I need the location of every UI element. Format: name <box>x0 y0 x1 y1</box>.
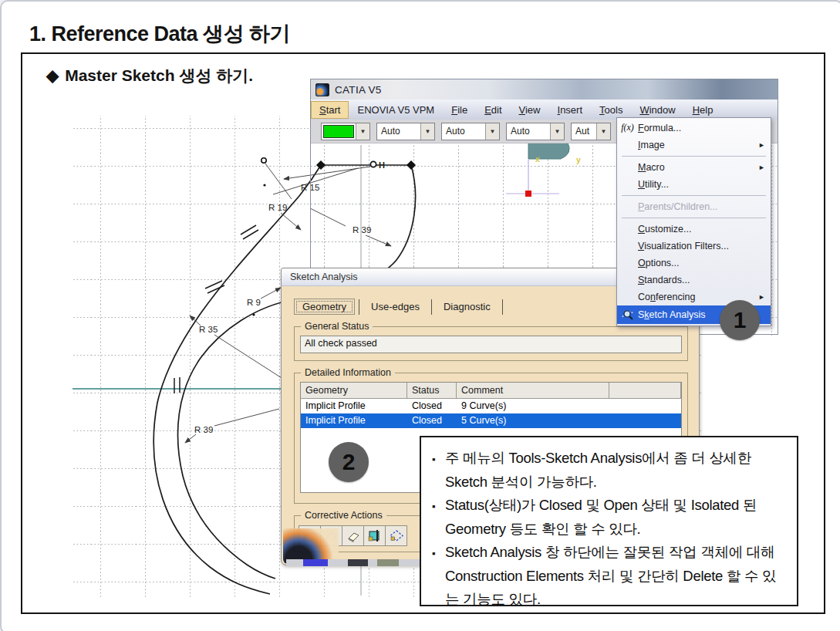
dialog-bottom-strip <box>286 559 437 566</box>
col-status: Status <box>407 383 457 398</box>
subtitle: ◆Master Sketch 생성 하기. <box>46 65 253 86</box>
menu-window[interactable]: Window <box>631 101 683 119</box>
chevron-down-icon[interactable]: ▼ <box>596 123 610 140</box>
tab-geometry[interactable]: Geometry <box>294 299 355 315</box>
note-box: ▪ 주 메뉴의 Tools-Sketch Analysis에서 좀 더 상세한 … <box>420 436 798 606</box>
menu-file[interactable]: File <box>443 101 476 119</box>
menu-view[interactable]: View <box>511 101 549 119</box>
chevron-down-icon[interactable]: ▼ <box>420 123 434 140</box>
col-comment: Comment <box>457 383 609 398</box>
color-combo[interactable]: ▼ <box>321 123 370 140</box>
square-bullet-icon: ▪ <box>432 541 445 612</box>
menu-item-parents-children[interactable]: Parents/Children... <box>617 198 771 215</box>
table-row[interactable]: Implicit Profile Closed 9 Curve(s) <box>301 399 681 413</box>
detailed-information-label: Detailed Information <box>301 367 395 378</box>
menu-item-options[interactable]: Options... <box>617 255 771 272</box>
menu-enovia[interactable]: ENOVIA V5 VPM <box>349 101 443 119</box>
menu-item-image[interactable]: Image ► <box>617 137 771 154</box>
auto-combo-3[interactable]: Auto ▼ <box>506 123 565 140</box>
auto-combo-1[interactable]: Auto ▼ <box>376 123 435 140</box>
tab-use-edges[interactable]: Use-edges <box>363 299 427 314</box>
profile-diamond-button[interactable] <box>385 525 407 546</box>
col-empty <box>609 383 681 398</box>
catia-app-icon <box>315 83 329 96</box>
submenu-arrow-icon: ► <box>758 141 765 149</box>
menu-item-visualization-filters[interactable]: Visualization Filters... <box>617 238 771 255</box>
menu-separator <box>622 195 766 196</box>
tools-dropdown-menu: f(x) Formula... Image ► Macro ► Utility.… <box>616 117 771 326</box>
chevron-down-icon[interactable]: ▼ <box>356 123 369 140</box>
menu-item-customize[interactable]: Customize... <box>617 221 771 238</box>
square-bullet-icon: ▪ <box>432 494 445 541</box>
tab-separator <box>502 299 503 315</box>
general-status-group: General Status All check passed <box>294 326 688 361</box>
construction-box-icon <box>367 529 383 542</box>
menu-help[interactable]: Help <box>684 101 722 119</box>
slide: 1. Reference Data 생성 하기 <box>0 0 840 631</box>
sketch-analysis-icon <box>619 306 636 321</box>
table-row-selected[interactable]: Implicit Profile Closed 5 Curve(s) <box>301 413 681 428</box>
catia-titlebar[interactable]: CATIA V5 <box>311 79 778 100</box>
menu-item-standards[interactable]: Standards... <box>617 272 771 289</box>
note-line-2: ▪ Status(상태)가 Closed 및 Open 상태 및 Isolate… <box>432 494 788 541</box>
menu-tools[interactable]: Tools <box>591 101 631 119</box>
step-badge-2: 2 <box>329 442 369 482</box>
submenu-arrow-icon: ► <box>758 293 765 301</box>
auto-combo-4[interactable]: Aut ▼ <box>571 123 611 140</box>
tab-separator <box>431 299 432 315</box>
menu-insert[interactable]: Insert <box>549 101 592 119</box>
general-status-label: General Status <box>301 321 373 332</box>
menu-separator <box>622 156 766 157</box>
tab-separator <box>359 299 359 315</box>
color-swatch-green <box>323 125 354 138</box>
auto-combo-2[interactable]: Auto ▼ <box>441 123 500 140</box>
subtitle-text: Master Sketch 생성 하기. <box>65 66 253 84</box>
menu-item-macro[interactable]: Macro ► <box>617 159 771 176</box>
page-title: 1. Reference Data 생성 하기 <box>29 20 290 48</box>
tab-diagnostic[interactable]: Diagnostic <box>436 299 498 314</box>
formula-fx-icon: f(x) <box>619 120 636 135</box>
diamond-bullet-icon: ◆ <box>46 66 59 84</box>
square-bullet-icon: ▪ <box>432 447 445 494</box>
construction-elements-button[interactable] <box>363 525 385 546</box>
erase-geometry-button[interactable] <box>342 525 363 546</box>
chevron-down-icon[interactable]: ▼ <box>485 123 499 140</box>
menu-edit[interactable]: Edit <box>476 101 510 119</box>
eraser-icon <box>346 529 361 542</box>
col-geometry: Geometry <box>301 383 407 398</box>
step-badge-1: 1 <box>720 300 760 340</box>
menu-item-utility[interactable]: Utility... <box>617 176 771 193</box>
table-header: Geometry Status Comment <box>301 383 681 399</box>
menu-start[interactable]: Start <box>311 101 349 119</box>
general-status-field: All check passed <box>300 336 682 353</box>
window-title: CATIA V5 <box>335 84 382 96</box>
corrective-actions-label: Corrective Actions <box>301 510 386 521</box>
menu-item-formula[interactable]: f(x) Formula... <box>617 120 771 137</box>
dialog-title: Sketch Analysis <box>290 272 358 282</box>
submenu-arrow-icon: ► <box>758 164 765 171</box>
menu-separator <box>622 218 766 218</box>
note-line-1: ▪ 주 메뉴의 Tools-Sketch Analysis에서 좀 더 상세한 … <box>432 447 788 494</box>
note-line-3: ▪ Sketch Analysis 창 하단에는 잘못된 작업 객체에 대해 C… <box>432 541 788 612</box>
diamond-dashed-icon <box>389 529 404 542</box>
chevron-down-icon[interactable]: ▼ <box>550 123 564 140</box>
